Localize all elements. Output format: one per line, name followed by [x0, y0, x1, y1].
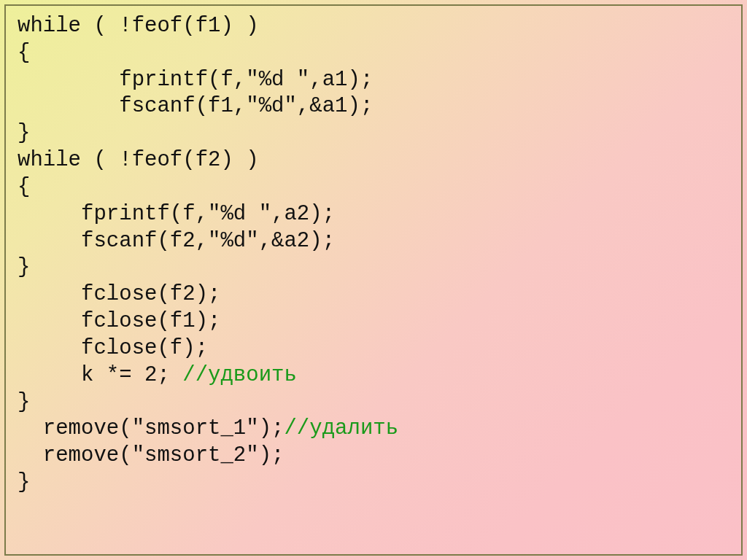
code-block: while ( !feof(f1) ) { fprintf(f,"%d ",a1…: [18, 13, 729, 497]
code-line: }: [18, 390, 30, 414]
code-line: fscanf(f2,"%d",&a2);: [18, 229, 335, 253]
code-line: {: [18, 41, 30, 65]
code-line: {: [18, 175, 30, 199]
code-line: }: [18, 121, 30, 145]
code-comment: //удвоить: [182, 363, 297, 387]
slide-frame: while ( !feof(f1) ) { fprintf(f,"%d ",a1…: [4, 4, 743, 556]
code-line: fprintf(f,"%d ",a1);: [18, 68, 373, 92]
code-line: }: [18, 470, 30, 494]
code-line: fclose(f1);: [18, 309, 220, 333]
code-line: fprintf(f,"%d ",a2);: [18, 202, 335, 226]
code-line: while ( !feof(f1) ): [18, 14, 259, 38]
slide-background: while ( !feof(f1) ) { fprintf(f,"%d ",a1…: [0, 0, 747, 560]
code-comment: //удалить: [284, 416, 398, 440]
code-line: }: [18, 255, 30, 279]
code-line: fclose(f2);: [18, 282, 220, 306]
code-line: fclose(f);: [18, 336, 208, 360]
code-line: remove("smsort_2");: [18, 443, 284, 467]
code-line: remove("smsort_1");: [18, 416, 284, 440]
code-line: while ( !feof(f2) ): [18, 148, 259, 172]
code-line: fscanf(f1,"%d",&a1);: [18, 94, 373, 118]
code-line: k *= 2;: [18, 363, 182, 387]
